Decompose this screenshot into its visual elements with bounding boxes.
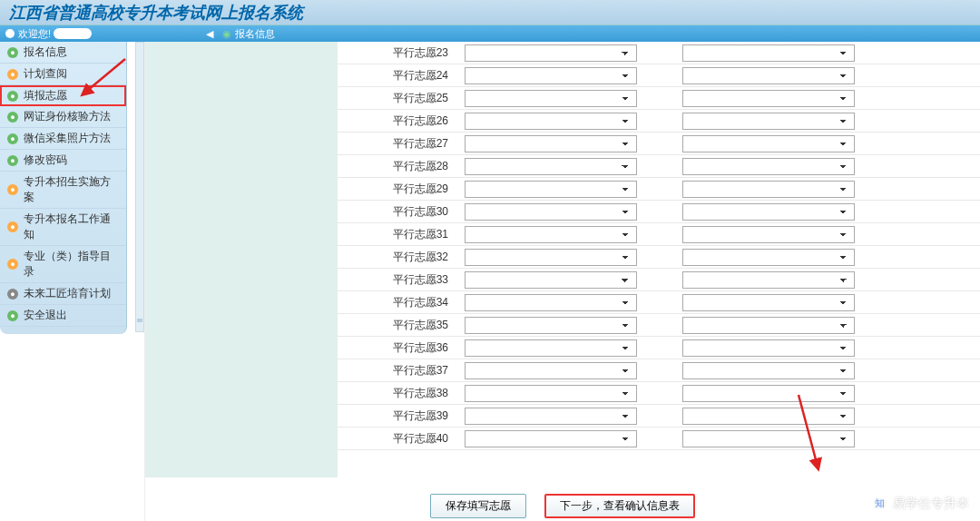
row-label: 平行志愿28 — [338, 159, 465, 174]
bullet-icon: ● — [7, 259, 18, 270]
sidebar-item-4[interactable]: ●微信采集照片方法 — [0, 128, 126, 150]
sidebar-item-label: 专升本招生实施方案 — [24, 174, 119, 205]
volunteer-select-23-1[interactable] — [465, 44, 637, 62]
save-button[interactable]: 保存填写志愿 — [430, 494, 526, 518]
row-label: 平行志愿39 — [338, 408, 465, 424]
volunteer-select-39-2[interactable] — [682, 408, 855, 425]
row-label: 平行志愿29 — [338, 182, 465, 197]
volunteer-select-29-2[interactable] — [682, 181, 855, 198]
volunteer-select-36-2[interactable] — [682, 339, 855, 357]
volunteer-select-38-1[interactable] — [465, 385, 637, 402]
volunteer-select-32-2[interactable] — [682, 249, 855, 266]
volunteer-select-38-2[interactable] — [682, 385, 855, 402]
volunteer-row-32: 平行志愿32 — [338, 246, 980, 269]
row-label: 平行志愿34 — [338, 295, 465, 310]
volunteer-select-28-2[interactable] — [682, 158, 855, 175]
sidebar-item-label: 安全退出 — [24, 308, 67, 323]
volunteer-select-26-2[interactable] — [682, 113, 855, 130]
sidebar-item-label: 填报志愿 — [24, 88, 67, 103]
row-inputs — [465, 158, 980, 175]
row-label: 平行志愿25 — [338, 91, 465, 106]
sidebar-scrollbar[interactable] — [135, 42, 144, 332]
volunteer-select-25-1[interactable] — [465, 90, 637, 107]
row-inputs — [465, 339, 980, 357]
row-inputs — [465, 317, 980, 334]
volunteer-select-27-2[interactable] — [682, 135, 855, 152]
volunteer-select-30-1[interactable] — [465, 203, 637, 221]
volunteer-select-37-2[interactable] — [682, 362, 855, 379]
volunteer-row-37: 平行志愿37 — [338, 359, 980, 382]
row-inputs — [465, 362, 980, 379]
row-inputs — [465, 226, 980, 243]
volunteer-select-30-2[interactable] — [682, 203, 855, 221]
volunteer-row-40: 平行志愿40 — [338, 428, 980, 450]
volunteer-select-29-1[interactable] — [465, 181, 637, 198]
sidebar-item-6[interactable]: ●专升本招生实施方案 — [0, 172, 126, 209]
sidebar-item-label: 未来工匠培育计划 — [24, 286, 111, 301]
next-step-button[interactable]: 下一步，查看确认信息表 — [544, 494, 695, 518]
bullet-icon: ● — [7, 221, 18, 232]
sidebar-item-2[interactable]: ●填报志愿 — [0, 85, 126, 106]
row-inputs — [465, 408, 980, 425]
sidebar-item-3[interactable]: ●网证身份核验方法 — [0, 106, 126, 128]
volunteer-row-36: 平行志愿36 — [338, 337, 980, 359]
bullet-icon: ● — [7, 47, 18, 58]
volunteer-row-34: 平行志愿34 — [338, 291, 980, 314]
username-redacted — [54, 28, 92, 39]
volunteer-select-35-2[interactable] — [682, 317, 855, 334]
volunteer-select-39-1[interactable] — [465, 408, 637, 425]
row-label: 平行志愿33 — [338, 272, 465, 288]
volunteer-select-32-1[interactable] — [465, 249, 637, 266]
volunteer-select-40-2[interactable] — [682, 430, 855, 447]
row-label: 平行志愿30 — [338, 204, 465, 220]
breadcrumb-icon: ◉ — [222, 28, 231, 40]
sidebar-item-label: 修改密码 — [24, 152, 67, 168]
volunteer-select-35-1[interactable] — [465, 317, 637, 334]
row-label: 平行志愿32 — [338, 250, 465, 265]
volunteer-select-34-1[interactable] — [465, 294, 637, 311]
volunteer-select-33-2[interactable] — [682, 271, 855, 289]
row-label: 平行志愿23 — [338, 45, 465, 61]
sidebar-item-label: 专业（类）指导目录 — [24, 249, 119, 280]
row-label: 平行志愿35 — [338, 318, 465, 333]
sidebar-item-7[interactable]: ●专升本报名工作通知 — [0, 209, 126, 246]
volunteer-select-36-1[interactable] — [465, 339, 637, 357]
volunteer-select-24-2[interactable] — [682, 67, 855, 84]
row-inputs — [465, 113, 980, 130]
volunteer-select-33-1[interactable] — [465, 271, 637, 289]
volunteer-select-26-1[interactable] — [465, 113, 637, 130]
volunteer-select-31-2[interactable] — [682, 226, 855, 243]
bullet-icon: ● — [7, 289, 18, 300]
volunteer-select-31-1[interactable] — [465, 226, 637, 243]
watermark: 易学仕专升本 — [873, 496, 969, 512]
volunteer-select-34-2[interactable] — [682, 294, 855, 311]
bullet-icon: ● — [7, 69, 18, 80]
row-label: 平行志愿36 — [338, 340, 465, 356]
volunteer-select-24-1[interactable] — [465, 67, 637, 84]
volunteer-select-25-2[interactable] — [682, 90, 855, 107]
volunteer-row-38: 平行志愿38 — [338, 382, 980, 405]
row-inputs — [465, 249, 980, 266]
sidebar-item-8[interactable]: ●专业（类）指导目录 — [0, 246, 126, 283]
volunteer-select-40-1[interactable] — [465, 430, 637, 447]
volunteer-select-23-2[interactable] — [682, 44, 855, 62]
row-inputs — [465, 385, 980, 402]
sidebar-item-10[interactable]: ●安全退出 — [0, 305, 126, 327]
sidebar-item-9[interactable]: ●未来工匠培育计划 — [0, 283, 126, 305]
volunteer-row-39: 平行志愿39 — [338, 405, 980, 428]
volunteer-select-27-1[interactable] — [465, 135, 637, 152]
row-label: 平行志愿24 — [338, 68, 465, 84]
collapse-icon[interactable]: ◀ — [206, 28, 213, 40]
sidebar-item-label: 专升本报名工作通知 — [24, 211, 119, 242]
bullet-icon: ● — [7, 91, 18, 102]
sidebar: ●报名信息●计划查阅●填报志愿●网证身份核验方法●微信采集照片方法●修改密码●专… — [0, 42, 127, 334]
sidebar-item-5[interactable]: ●修改密码 — [0, 150, 126, 172]
welcome-text: 欢迎您! — [18, 27, 51, 41]
sidebar-item-1[interactable]: ●计划查阅 — [0, 64, 126, 85]
sidebar-item-label: 网证身份核验方法 — [24, 109, 111, 124]
volunteer-select-28-1[interactable] — [465, 158, 637, 175]
sidebar-item-0[interactable]: ●报名信息 — [0, 42, 126, 64]
volunteer-select-37-1[interactable] — [465, 362, 637, 379]
row-label: 平行志愿37 — [338, 363, 465, 378]
volunteer-row-28: 平行志愿28 — [338, 155, 980, 178]
